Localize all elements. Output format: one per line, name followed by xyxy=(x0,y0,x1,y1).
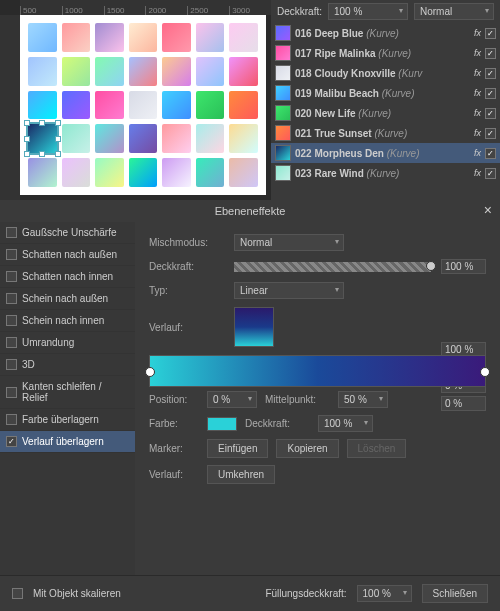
swatch[interactable] xyxy=(129,158,158,187)
inner-opacity-input[interactable]: 100 % xyxy=(318,415,373,432)
visibility-checkbox[interactable] xyxy=(485,88,496,99)
side-value-input[interactable] xyxy=(441,396,486,411)
effect-item[interactable]: Schein nach außen xyxy=(0,288,135,310)
swatch[interactable] xyxy=(196,23,225,52)
swatch[interactable] xyxy=(229,124,258,153)
swatch[interactable] xyxy=(28,158,57,187)
reverse-button[interactable]: Umkehren xyxy=(207,465,275,484)
swatch[interactable] xyxy=(129,23,158,52)
swatch[interactable] xyxy=(28,23,57,52)
effect-checkbox[interactable] xyxy=(6,436,17,447)
type-select[interactable]: Linear xyxy=(234,282,344,299)
fx-icon[interactable]: fx xyxy=(474,168,481,178)
effect-checkbox[interactable] xyxy=(6,337,17,348)
swatch[interactable] xyxy=(95,23,124,52)
swatch[interactable] xyxy=(62,158,91,187)
effect-item[interactable]: Schatten nach innen xyxy=(0,266,135,288)
close-icon[interactable]: × xyxy=(484,202,492,218)
swatch[interactable] xyxy=(196,57,225,86)
effect-checkbox[interactable] xyxy=(6,414,17,425)
layer-row[interactable]: 022 Morpheus Den (Kurve) fx xyxy=(271,143,500,163)
color-chip[interactable] xyxy=(207,417,237,431)
fx-icon[interactable]: fx xyxy=(474,128,481,138)
effect-checkbox[interactable] xyxy=(6,387,17,398)
fx-icon[interactable]: fx xyxy=(474,108,481,118)
swatch[interactable] xyxy=(162,124,191,153)
canvas-content[interactable] xyxy=(20,15,266,195)
swatch[interactable] xyxy=(229,23,258,52)
opacity-input[interactable] xyxy=(441,259,486,274)
visibility-checkbox[interactable] xyxy=(485,168,496,179)
swatch[interactable] xyxy=(95,57,124,86)
layer-row[interactable]: 021 True Sunset (Kurve) fx xyxy=(271,123,500,143)
swatch[interactable] xyxy=(162,23,191,52)
swatch[interactable] xyxy=(28,91,57,120)
effect-item[interactable]: Farbe überlagern xyxy=(0,409,135,431)
swatch[interactable] xyxy=(162,91,191,120)
gradient-stop-start[interactable] xyxy=(145,367,155,377)
swatch[interactable] xyxy=(62,91,91,120)
swatch[interactable] xyxy=(196,124,225,153)
swatch[interactable] xyxy=(28,57,57,86)
effect-item[interactable]: 3D xyxy=(0,354,135,376)
layer-row[interactable]: 020 New Life (Kurve) fx xyxy=(271,103,500,123)
effect-item[interactable]: Schatten nach außen xyxy=(0,244,135,266)
effect-item[interactable]: Schein nach innen xyxy=(0,310,135,332)
visibility-checkbox[interactable] xyxy=(485,108,496,119)
opacity-slider[interactable] xyxy=(234,262,431,272)
swatch[interactable] xyxy=(229,91,258,120)
effect-item[interactable]: Verlauf überlagern xyxy=(0,431,135,453)
fx-icon[interactable]: fx xyxy=(474,68,481,78)
visibility-checkbox[interactable] xyxy=(485,128,496,139)
effect-checkbox[interactable] xyxy=(6,249,17,260)
swatch[interactable] xyxy=(129,57,158,86)
visibility-checkbox[interactable] xyxy=(485,48,496,59)
swatch[interactable] xyxy=(129,91,158,120)
layer-row[interactable]: 019 Malibu Beach (Kurve) fx xyxy=(271,83,500,103)
gradient-stop-end[interactable] xyxy=(480,367,490,377)
opacity-dropdown[interactable]: 100 % xyxy=(328,3,408,20)
fx-icon[interactable]: fx xyxy=(474,48,481,58)
swatch[interactable] xyxy=(95,91,124,120)
fx-icon[interactable]: fx xyxy=(474,148,481,158)
effect-checkbox[interactable] xyxy=(6,227,17,238)
layer-row[interactable]: 016 Deep Blue (Kurve) fx xyxy=(271,23,500,43)
swatch[interactable] xyxy=(95,158,124,187)
fx-icon[interactable]: fx xyxy=(474,88,481,98)
gradient-preview[interactable] xyxy=(234,307,274,347)
effect-item[interactable]: Umrandung xyxy=(0,332,135,354)
fill-opacity-input[interactable]: 100 % xyxy=(357,585,412,602)
swatch[interactable] xyxy=(62,57,91,86)
blendmode-select[interactable]: Normal xyxy=(234,234,344,251)
swatch[interactable] xyxy=(162,57,191,86)
visibility-checkbox[interactable] xyxy=(485,148,496,159)
blendmode-dropdown[interactable]: Normal xyxy=(414,3,494,20)
swatch[interactable] xyxy=(196,91,225,120)
effect-item[interactable]: Kanten schleifen / Relief xyxy=(0,376,135,409)
fx-icon[interactable]: fx xyxy=(474,28,481,38)
insert-button[interactable]: Einfügen xyxy=(207,439,268,458)
swatch[interactable] xyxy=(129,124,158,153)
position-input[interactable]: 0 % xyxy=(207,391,257,408)
effect-checkbox[interactable] xyxy=(6,359,17,370)
effect-checkbox[interactable] xyxy=(6,315,17,326)
swatch[interactable] xyxy=(196,158,225,187)
swatch[interactable] xyxy=(162,158,191,187)
canvas-preview[interactable]: 50010001500200025003000 xyxy=(0,0,271,200)
midpoint-input[interactable]: 50 % xyxy=(338,391,388,408)
swatch[interactable] xyxy=(62,124,91,153)
effect-checkbox[interactable] xyxy=(6,271,17,282)
copy-button[interactable]: Kopieren xyxy=(276,439,338,458)
effect-checkbox[interactable] xyxy=(6,293,17,304)
visibility-checkbox[interactable] xyxy=(485,68,496,79)
swatch[interactable] xyxy=(62,23,91,52)
swatch[interactable] xyxy=(95,124,124,153)
layer-row[interactable]: 018 Cloudy Knoxville (Kurv fx xyxy=(271,63,500,83)
layer-row[interactable]: 017 Ripe Malinka (Kurve) fx xyxy=(271,43,500,63)
scale-checkbox[interactable] xyxy=(12,588,23,599)
swatch[interactable] xyxy=(229,57,258,86)
swatch[interactable] xyxy=(28,124,57,153)
close-button[interactable]: Schließen xyxy=(422,584,488,603)
swatch[interactable] xyxy=(229,158,258,187)
effect-item[interactable]: Gaußsche Unschärfe xyxy=(0,222,135,244)
